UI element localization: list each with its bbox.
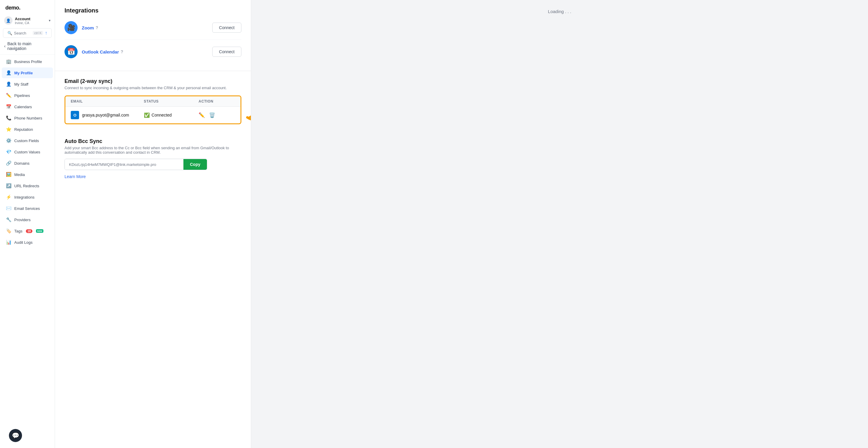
- outlook-connect-button[interactable]: Connect: [212, 47, 241, 57]
- email-sync-section: Email (2-way sync) Connect to sync incom…: [55, 71, 251, 138]
- email-cell: O grasya.puyot@gmail.com: [71, 111, 144, 119]
- outlook-help-icon[interactable]: ?: [121, 49, 123, 54]
- url-redirects-icon: ↗️: [6, 183, 11, 188]
- outlook-logo: 📅: [64, 45, 78, 58]
- email-sync-table: Email Status Action O grasya.puyot@gmail…: [64, 95, 241, 124]
- back-nav-label: Back to main navigation: [7, 41, 51, 51]
- auto-bcc-description: Add your smart Bcc address to the Cc or …: [64, 146, 241, 155]
- sidebar-item-label: Reputation: [14, 127, 33, 132]
- account-location: Irvine, CA: [15, 21, 46, 25]
- back-navigation[interactable]: ‹ Back to main navigation: [0, 39, 55, 53]
- search-label: Search: [14, 31, 26, 35]
- tags-new-badge: new: [36, 229, 44, 233]
- account-name: Account: [15, 17, 46, 21]
- zoom-help-icon[interactable]: ?: [96, 25, 98, 30]
- account-avatar: 👤: [4, 17, 12, 25]
- integrations-title: Integrations: [64, 7, 241, 14]
- auto-bcc-title: Auto Bcc Sync: [64, 138, 241, 145]
- account-info: Account Irvine, CA: [15, 17, 46, 25]
- divider: [0, 54, 55, 55]
- email-sync-title: Email (2-way sync): [64, 78, 241, 84]
- sidebar-item-providers[interactable]: 🔧 Providers: [2, 214, 53, 225]
- sidebar-item-label: Business Profile: [14, 59, 42, 64]
- custom-fields-icon: ⚙️: [6, 138, 11, 143]
- sidebar-item-label: My Staff: [14, 82, 28, 87]
- outlook-name: Outlook Calendar ?: [82, 49, 123, 54]
- account-selector[interactable]: 👤 Account Irvine, CA ▾: [0, 14, 55, 27]
- action-col-header: Action: [198, 99, 235, 103]
- copy-button[interactable]: Copy: [183, 159, 207, 170]
- svg-marker-0: [247, 115, 251, 120]
- domains-icon: 🔗: [6, 160, 11, 166]
- sidebar-item-tags[interactable]: 🏷️ Tags 18 new: [2, 226, 53, 236]
- zoom-connect-button[interactable]: Connect: [212, 23, 241, 33]
- email-address: grasya.puyot@gmail.com: [82, 113, 129, 117]
- tags-badge: 18: [26, 229, 32, 233]
- sidebar-item-reputation[interactable]: ⭐ Reputation: [2, 124, 53, 135]
- sidebar-item-business-profile[interactable]: 🏢 Business Profile: [2, 56, 53, 67]
- sidebar-item-integrations[interactable]: ⚡ Integrations: [2, 192, 53, 203]
- sidebar-item-label: Custom Values: [14, 150, 40, 154]
- sidebar: demo. 👤 Account Irvine, CA ▾ 🔍 Search ct…: [0, 0, 55, 448]
- yellow-arrow-annotation: [241, 94, 251, 132]
- center-panel: Integrations 🎥 Zoom ? Connect 📅 Outlook …: [55, 0, 251, 448]
- chevron-down-icon: ▾: [49, 19, 51, 23]
- zoom-integration-item: 🎥 Zoom ? Connect: [64, 16, 241, 40]
- sidebar-item-label: Email Services: [14, 206, 40, 211]
- main-content: Integrations 🎥 Zoom ? Connect 📅 Outlook …: [55, 0, 868, 448]
- sidebar-item-audit-logs[interactable]: 📊 Audit Logs: [2, 237, 53, 248]
- sidebar-item-label: Providers: [14, 218, 31, 222]
- learn-more-link[interactable]: Learn More: [64, 174, 86, 179]
- table-row: O grasya.puyot@gmail.com ✅ Connected ✏️ …: [65, 107, 241, 123]
- action-cell: ✏️ 🗑️: [198, 112, 235, 118]
- right-panel: Loading . . .: [251, 0, 868, 448]
- email-table-header: Email Status Action: [65, 96, 241, 107]
- email-sync-description: Connect to sync incoming & outgoing emai…: [64, 86, 241, 90]
- sidebar-item-pipelines[interactable]: ✏️ Pipelines: [2, 90, 53, 101]
- search-shortcut: ctrl K: [33, 31, 43, 35]
- sidebar-item-label: Phone Numbers: [14, 116, 42, 120]
- audit-logs-icon: 📊: [6, 240, 11, 245]
- status-cell: ✅ Connected: [144, 112, 198, 118]
- sidebar-item-my-staff[interactable]: 👤 My Staff: [2, 79, 53, 89]
- sidebar-item-media[interactable]: 🖼️ Media: [2, 169, 53, 180]
- sidebar-item-my-profile[interactable]: 👤 My Profile: [2, 67, 53, 78]
- email-col-header: Email: [71, 99, 144, 103]
- reputation-icon: ⭐: [6, 127, 11, 132]
- outlook-small-icon: O: [71, 111, 79, 119]
- sidebar-item-phone-numbers[interactable]: 📞 Phone Numbers: [2, 113, 53, 123]
- sidebar-item-email-services[interactable]: ✉️ Email Services: [2, 203, 53, 214]
- media-icon: 🖼️: [6, 172, 11, 177]
- integrations-icon: ⚡: [6, 195, 11, 200]
- status-col-header: Status: [144, 99, 198, 103]
- sidebar-item-custom-fields[interactable]: ⚙️ Custom Fields: [2, 135, 53, 146]
- loading-indicator: Loading . . .: [548, 9, 571, 14]
- sidebar-item-label: My Profile: [14, 71, 33, 75]
- status-label: Connected: [152, 113, 172, 117]
- sidebar-item-label: Media: [14, 172, 25, 177]
- chat-fab-button[interactable]: 💬: [9, 429, 22, 442]
- bcc-input-row: Copy: [64, 159, 207, 170]
- search-bar[interactable]: 🔍 Search ctrl K ↑: [3, 28, 52, 38]
- sidebar-item-label: Integrations: [14, 195, 34, 200]
- custom-values-icon: 💎: [6, 149, 11, 155]
- edit-icon[interactable]: ✏️: [198, 112, 205, 118]
- sidebar-item-label: URL Redirects: [14, 184, 39, 188]
- business-profile-icon: 🏢: [6, 59, 11, 64]
- sidebar-item-custom-values[interactable]: 💎 Custom Values: [2, 147, 53, 157]
- sidebar-item-label: Custom Fields: [14, 139, 39, 143]
- search-icon: 🔍: [7, 31, 12, 35]
- sidebar-item-label: Tags: [14, 229, 22, 233]
- sidebar-item-calendars[interactable]: 📅 Calendars: [2, 101, 53, 112]
- sidebar-item-label: Audit Logs: [14, 240, 32, 245]
- bcc-address-input[interactable]: [65, 159, 183, 170]
- tags-icon: 🏷️: [6, 228, 11, 234]
- sidebar-item-url-redirects[interactable]: ↗️ URL Redirects: [2, 180, 53, 191]
- delete-icon[interactable]: 🗑️: [209, 112, 215, 118]
- my-staff-icon: 👤: [6, 82, 11, 87]
- sidebar-item-domains[interactable]: 🔗 Domains: [2, 158, 53, 169]
- zoom-logo: 🎥: [64, 21, 78, 34]
- sidebar-item-label: Calendars: [14, 104, 32, 109]
- status-check-icon: ✅: [144, 112, 150, 118]
- calendars-icon: 📅: [6, 104, 11, 110]
